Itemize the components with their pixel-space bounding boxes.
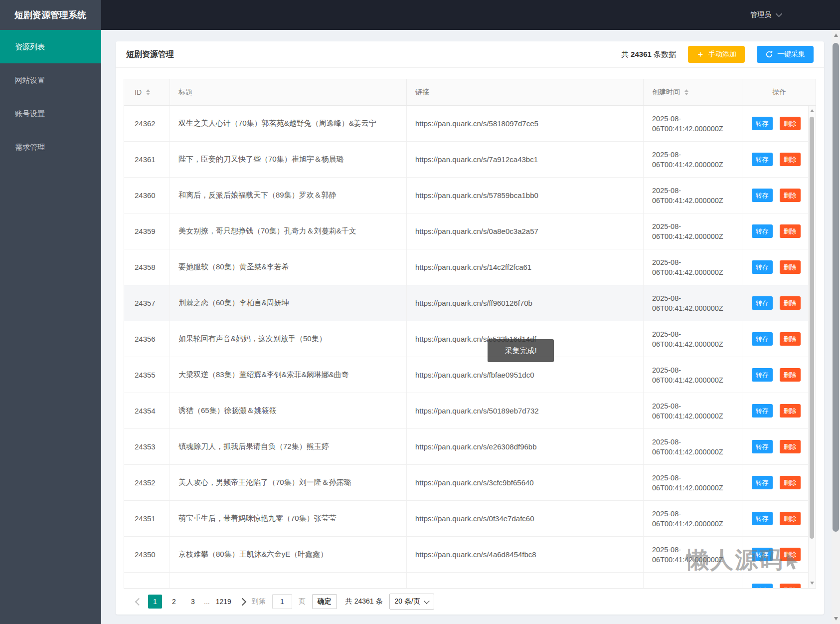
row-actions-cell: 转存删除 <box>742 465 810 500</box>
row-actions-cell: 转存删除 <box>742 249 810 285</box>
created-date-text: 2025-08-06T00:41:42.000000Z <box>652 221 732 241</box>
sidebar-item-resource-list[interactable]: 资源列表 <box>0 30 101 63</box>
row-actions-cell: 转存删除 <box>742 106 810 141</box>
transfer-button[interactable]: 转存 <box>752 584 773 589</box>
row-created-cell: 2025-08-06T00:41:42.000000Z <box>644 285 742 321</box>
page-button-3[interactable]: 3 <box>186 595 200 609</box>
transfer-button[interactable]: 转存 <box>752 296 773 310</box>
column-header-created[interactable]: 创建时间 <box>644 79 742 105</box>
row-link-cell: https://pan.quark.cn/s/4a6d8454fbc8 <box>407 537 644 572</box>
sidebar-item-demand-management[interactable]: 需求管理 <box>0 130 101 164</box>
delete-button[interactable]: 删除 <box>780 296 801 310</box>
table-body: 24362双生之美人心计（70集）郭茗苑&越野兔（周逸峰）&姜云宁https:/… <box>124 106 816 589</box>
row-title-cell: 诱猎（65集）徐扬灏＆姚筱筱 <box>170 393 407 428</box>
transfer-button[interactable]: 转存 <box>752 368 773 382</box>
prev-page-icon[interactable] <box>135 598 143 606</box>
pagination-bar: 123...1219 到第 页 确定 共 24361 条 20 条/页 <box>124 589 816 615</box>
delete-button[interactable]: 删除 <box>780 260 801 274</box>
page-size-select[interactable]: 20 条/页 <box>389 594 434 610</box>
page-button-2[interactable]: 2 <box>167 595 181 609</box>
row-title-cell: 陛下，臣妾的刀又快了些（70集）崔旭宇＆杨晨璐 <box>170 142 407 177</box>
page-title: 短剧资源管理 <box>126 49 174 60</box>
transfer-button[interactable]: 转存 <box>752 117 773 130</box>
table-scrollbar[interactable] <box>808 106 816 588</box>
table-row: 24360和离后，反派后娘福载天下（89集）罗欢＆郭静https://pan.q… <box>124 178 816 213</box>
transfer-button[interactable]: 转存 <box>752 153 773 166</box>
scroll-down-arrow-icon[interactable] <box>809 580 816 587</box>
delete-button[interactable]: 删除 <box>780 404 801 417</box>
sort-icon[interactable] <box>146 89 150 95</box>
page-scrollbar-thumb[interactable] <box>833 43 839 532</box>
delete-button[interactable]: 删除 <box>780 368 801 382</box>
transfer-button[interactable]: 转存 <box>752 476 773 489</box>
delete-button[interactable]: 删除 <box>780 584 801 589</box>
row-title-cell: 和离后，反派后娘福载天下（89集）罗欢＆郭静 <box>170 178 407 213</box>
table-row: 24353镇魂赊刀人，抓我后果请自负（72集）熊玉婷https://pan.qu… <box>124 429 816 465</box>
delete-button[interactable]: 删除 <box>780 117 801 130</box>
created-date-text: 2025-08-06T00:41:42.000000Z <box>652 509 732 529</box>
table-row: 24359美女别撩，哥只想挣钱（70集）孔奇力＆刘蔓莉&千文https://pa… <box>124 213 816 249</box>
created-date-text: 2025-08-06T00:41:42.000000Z <box>652 329 732 349</box>
row-created-cell: 2025-08-06T00:41:42.000000Z <box>644 213 742 249</box>
next-page-icon[interactable] <box>239 598 247 606</box>
transfer-button[interactable]: 转存 <box>752 404 773 417</box>
table-header-row: ID 标题 链接 创建时间 操作 <box>124 79 816 106</box>
watermark: 懒人源码 <box>686 545 800 576</box>
user-menu[interactable]: 管理员 <box>750 0 840 30</box>
one-click-collect-button[interactable]: 一键采集 <box>757 46 814 63</box>
row-actions-cell: 转存删除 <box>742 501 810 536</box>
column-header-link: 链接 <box>407 79 644 105</box>
delete-button[interactable]: 删除 <box>780 224 801 238</box>
transfer-button[interactable]: 转存 <box>752 260 773 274</box>
row-created-cell: 2025-08-06T00:41:42.000000Z <box>644 465 742 500</box>
delete-button[interactable]: 删除 <box>780 440 801 453</box>
confirm-jump-button[interactable]: 确定 <box>312 594 337 609</box>
sort-icon[interactable] <box>684 89 688 95</box>
page-scrollbar[interactable] <box>832 30 840 624</box>
chevron-down-icon <box>424 598 429 604</box>
sidebar-item-site-settings[interactable]: 网站设置 <box>0 63 101 97</box>
created-date-text: 2025-08-06T00:41:42.000000Z <box>652 186 732 206</box>
created-date-text: 2025-08-06T00:41:42.000000Z <box>652 473 732 493</box>
page-button-1[interactable]: 1 <box>148 595 162 609</box>
table-row: 24354诱猎（65集）徐扬灏＆姚筱筱https://pan.quark.cn/… <box>124 393 816 429</box>
scroll-down-arrow-icon[interactable] <box>832 615 840 623</box>
row-actions-cell: 转存删除 <box>742 285 810 321</box>
total-count-number: 24361 <box>631 50 652 58</box>
row-title-cell: 要她服软（80集）黄圣桀&李若希 <box>170 249 407 285</box>
transfer-button[interactable]: 转存 <box>752 440 773 453</box>
row-link-cell: https://pan.quark.cn/s/50189eb7d732 <box>407 393 644 428</box>
delete-button[interactable]: 删除 <box>780 153 801 166</box>
page-button-1219[interactable]: 1219 <box>214 595 233 609</box>
user-menu-label: 管理员 <box>750 10 771 19</box>
row-id-cell: 24361 <box>124 142 170 177</box>
total-count-text: 共 24361 条数据 <box>621 50 676 59</box>
row-title-cell: 如果轮回有声音&妈妈，这次别放手（50集） <box>170 321 407 357</box>
created-date-text: 2025-08-06T00:41:42.000000Z <box>652 150 732 170</box>
row-actions-cell: 转存删除 <box>742 429 810 464</box>
transfer-button[interactable]: 转存 <box>752 512 773 525</box>
row-id-cell: 24355 <box>124 357 170 393</box>
card-header: 短剧资源管理 共 24361 条数据 ＋ 手动添加 <box>116 41 824 68</box>
card-header-actions: 共 24361 条数据 ＋ 手动添加 <box>621 46 814 63</box>
sidebar-item-account-settings[interactable]: 账号设置 <box>0 97 101 130</box>
column-header-id[interactable]: ID <box>124 79 170 105</box>
manual-add-button[interactable]: ＋ 手动添加 <box>688 46 745 63</box>
table-row: 24362双生之美人心计（70集）郭茗苑&越野兔（周逸峰）&姜云宁https:/… <box>124 106 816 142</box>
delete-button[interactable]: 删除 <box>780 476 801 489</box>
transfer-button[interactable]: 转存 <box>752 332 773 346</box>
scroll-up-arrow-icon[interactable] <box>832 31 840 39</box>
jump-page-input[interactable] <box>272 594 292 609</box>
row-link-cell: https://pan.quark.cn/s/0f34e7dafc60 <box>407 501 644 536</box>
created-date-text: 2025-08-06T00:41:42.000000Z <box>652 437 732 457</box>
transfer-button[interactable]: 转存 <box>752 224 773 238</box>
delete-button[interactable]: 删除 <box>780 332 801 346</box>
delete-button[interactable]: 删除 <box>780 189 801 202</box>
row-title-cell: 京枝难攀（80集）王凯沐&六金yE（叶鑫鑫） <box>170 537 407 572</box>
row-created-cell: 2025-08-06T00:41:42.000000Z <box>644 429 742 464</box>
transfer-button[interactable]: 转存 <box>752 189 773 202</box>
delete-button[interactable]: 删除 <box>780 512 801 525</box>
scroll-up-arrow-icon[interactable] <box>809 107 816 114</box>
refresh-icon <box>765 50 773 58</box>
table-scrollbar-thumb[interactable] <box>810 117 814 539</box>
